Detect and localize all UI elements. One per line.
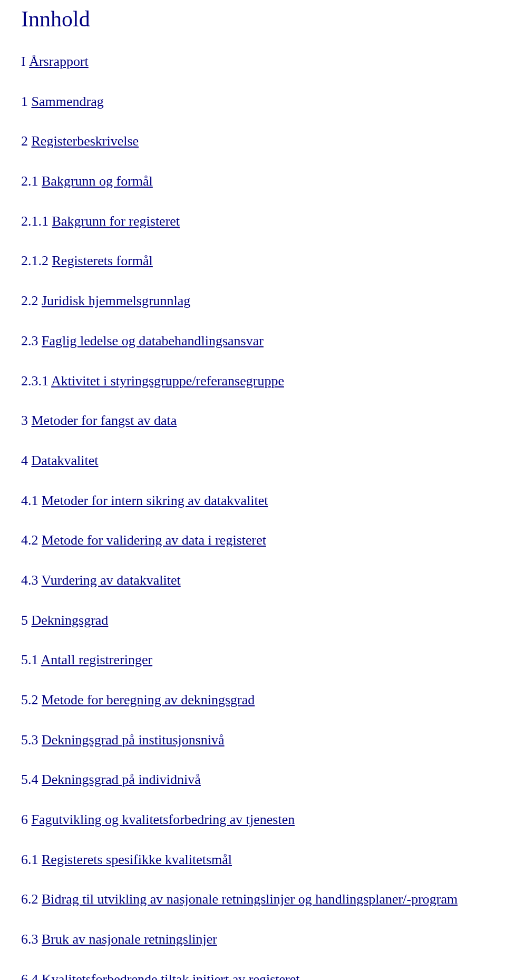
toc-prefix: 2.1 xyxy=(21,173,38,189)
toc-link-aktivitet-styringsgruppe[interactable]: Aktivitet i styringsgruppe/referansegrup… xyxy=(51,373,284,389)
toc-prefix: 4 xyxy=(21,453,28,468)
toc-prefix: 5.3 xyxy=(21,732,38,748)
toc-link-sammendrag[interactable]: Sammendrag xyxy=(32,94,104,109)
toc-prefix: 6.4 xyxy=(21,972,38,980)
toc-link-fagutvikling[interactable]: Fagutvikling og kvalitetsforbedring av t… xyxy=(32,812,295,827)
toc-prefix: 4.3 xyxy=(21,573,38,588)
toc-link-vurdering-datakvalitet[interactable]: Vurdering av datakvalitet xyxy=(42,573,181,588)
toc-link-metoder-fangst[interactable]: Metoder for fangst av data xyxy=(32,413,177,428)
page-title: Innhold xyxy=(21,6,485,32)
toc-prefix: 2 xyxy=(21,133,28,149)
toc-prefix: 4.1 xyxy=(21,493,38,508)
toc-link-bakgrunn-og-formal[interactable]: Bakgrunn og formål xyxy=(42,173,153,189)
toc-prefix: 2.1.2 xyxy=(21,253,48,268)
toc-prefix: 5.1 xyxy=(21,652,38,667)
toc-prefix: 5 xyxy=(21,613,28,628)
toc-link-registerbeskrivelse[interactable]: Registerbeskrivelse xyxy=(32,133,139,149)
toc-link-datakvalitet[interactable]: Datakvalitet xyxy=(32,453,99,468)
toc-link-antall-registreringer[interactable]: Antall registreringer xyxy=(41,652,153,667)
toc-prefix: I xyxy=(21,54,26,69)
toc-link-dekningsgrad-individ[interactable]: Dekningsgrad på individnivå xyxy=(42,772,201,787)
toc-prefix: 2.3 xyxy=(21,333,38,348)
toc-link-registerets-formal[interactable]: Registerets formål xyxy=(52,253,153,268)
toc-prefix: 3 xyxy=(21,413,28,428)
toc-link-juridisk-hjemmelsgrunnlag[interactable]: Juridisk hjemmelsgrunnlag xyxy=(42,293,190,308)
toc-prefix: 5.4 xyxy=(21,772,38,787)
toc-link-dekningsgrad[interactable]: Dekningsgrad xyxy=(32,613,109,628)
toc-prefix: 5.2 xyxy=(21,692,38,707)
toc-link-arsrapport[interactable]: Årsrapport xyxy=(29,54,89,69)
toc-prefix: 2.3.1 xyxy=(21,373,48,389)
toc-link-dekningsgrad-institusjon[interactable]: Dekningsgrad på institusjonsnivå xyxy=(42,732,225,748)
toc-prefix: 6.3 xyxy=(21,932,38,947)
toc-link-kvalitetsforbedrende-tiltak[interactable]: Kvalitetsforbedrende tiltak initiert av … xyxy=(42,972,299,980)
toc-prefix: 6 xyxy=(21,812,28,827)
toc-link-bidrag-retningslinjer[interactable]: Bidrag til utvikling av nasjonale retnin… xyxy=(42,891,458,907)
toc-prefix: 1 xyxy=(21,94,28,109)
toc-prefix: 2.2 xyxy=(21,293,38,308)
toc-link-bruk-retningslinjer[interactable]: Bruk av nasjonale retningslinjer xyxy=(42,932,217,947)
toc-link-validering-data[interactable]: Metode for validering av data i register… xyxy=(42,532,266,548)
toc-link-kvalitetsmal[interactable]: Registerets spesifikke kvalitetsmål xyxy=(42,852,232,867)
toc-prefix: 6.2 xyxy=(21,891,38,907)
toc-prefix: 6.1 xyxy=(21,852,38,867)
toc-link-intern-sikring[interactable]: Metoder for intern sikring av datakvalit… xyxy=(42,493,268,508)
toc-link-bakgrunn-for-registeret[interactable]: Bakgrunn for registeret xyxy=(52,214,180,229)
toc-prefix: 2.1.1 xyxy=(21,214,48,229)
toc-link-beregning-dekningsgrad[interactable]: Metode for beregning av dekningsgrad xyxy=(42,692,255,707)
toc-prefix: 4.2 xyxy=(21,532,38,548)
toc-link-faglig-ledelse[interactable]: Faglig ledelse og databehandlingsansvar xyxy=(42,333,264,348)
